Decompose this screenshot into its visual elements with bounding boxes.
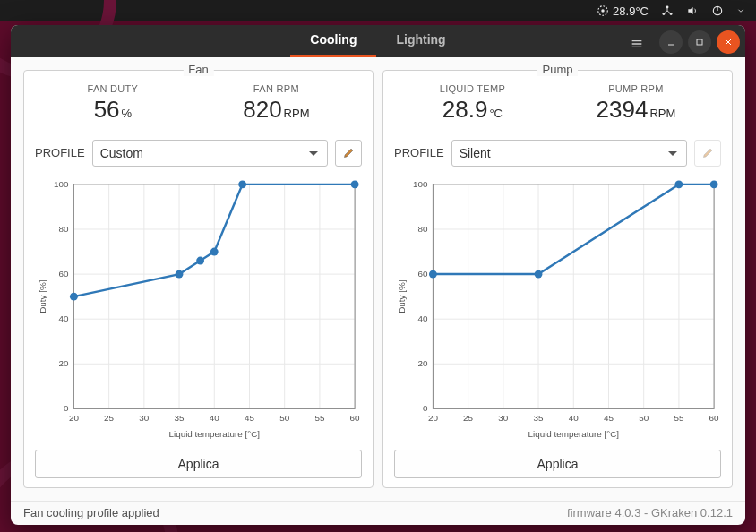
hamburger-icon [630, 37, 644, 51]
svg-point-81 [674, 180, 683, 188]
svg-text:60: 60 [709, 413, 719, 423]
svg-point-1 [601, 9, 605, 13]
svg-text:50: 50 [639, 413, 649, 423]
pencil-icon [701, 146, 715, 159]
app-window: Cooling Lighting Fan FAN DUTY 56% FAN RP… [11, 25, 745, 525]
fan-duty-label: FAN DUTY [87, 83, 138, 94]
svg-text:45: 45 [245, 413, 254, 423]
chevron-down-icon[interactable] [736, 4, 745, 17]
fan-chart: 202530354045505560020406080100Liquid tem… [35, 174, 362, 442]
pump-profile-combo[interactable]: Silent [451, 140, 687, 167]
svg-text:20: 20 [428, 413, 438, 423]
tray-temperature[interactable]: 28.9°C [597, 4, 649, 18]
svg-text:0: 0 [64, 403, 69, 413]
svg-text:20: 20 [418, 358, 428, 368]
tab-lighting[interactable]: Lighting [376, 25, 465, 57]
svg-text:80: 80 [59, 224, 69, 234]
svg-text:40: 40 [418, 313, 428, 323]
svg-point-44 [238, 180, 246, 188]
minimize-icon [666, 37, 676, 47]
fan-panel: Fan FAN DUTY 56% FAN RPM 820RPM PROFILE … [23, 70, 374, 488]
fan-profile-edit-button[interactable] [335, 140, 362, 167]
svg-text:35: 35 [534, 413, 544, 423]
tab-cooling[interactable]: Cooling [290, 25, 376, 57]
volume-icon[interactable] [686, 4, 699, 17]
svg-text:55: 55 [674, 413, 683, 423]
pump-panel-title: Pump [537, 63, 579, 76]
svg-point-43 [210, 247, 219, 255]
svg-point-41 [176, 270, 184, 278]
svg-text:Liquid temperature [°C]: Liquid temperature [°C] [169, 429, 261, 439]
svg-text:60: 60 [418, 269, 428, 279]
svg-text:40: 40 [59, 313, 69, 323]
svg-point-82 [710, 180, 718, 188]
fan-rpm-unit: RPM [284, 107, 310, 120]
svg-text:30: 30 [498, 413, 508, 423]
fan-apply-button[interactable]: Applica [35, 450, 362, 478]
maximize-button[interactable] [688, 30, 711, 54]
fan-panel-title: Fan [183, 63, 213, 76]
fan-duty-unit: % [122, 107, 133, 120]
svg-text:35: 35 [175, 413, 185, 423]
svg-point-80 [535, 270, 543, 278]
svg-point-79 [429, 270, 437, 278]
titlebar: Cooling Lighting [11, 25, 745, 57]
svg-text:50: 50 [279, 413, 289, 423]
pump-rpm-label: PUMP RPM [597, 83, 676, 94]
fan-profile-combo[interactable]: Custom [92, 140, 328, 167]
fan-rpm-label: FAN RPM [243, 83, 309, 94]
tab-switcher: Cooling Lighting [290, 25, 465, 57]
pencil-icon [342, 146, 356, 159]
pump-profile-edit-button [694, 140, 721, 167]
svg-text:60: 60 [350, 413, 360, 423]
svg-point-42 [196, 256, 204, 264]
tray-temperature-value: 28.9°C [613, 4, 649, 18]
status-footer: firmware 4.0.3 - GKraken 0.12.1 [567, 506, 733, 519]
pump-panel: Pump LIQUID TEMP 28.9°C PUMP RPM 2394RPM… [382, 70, 733, 488]
svg-point-4 [670, 13, 673, 15]
svg-point-40 [70, 292, 78, 300]
svg-text:25: 25 [104, 413, 114, 423]
svg-text:40: 40 [569, 413, 579, 423]
pump-profile-label: PROFILE [394, 146, 444, 159]
temp-icon [597, 4, 609, 17]
fan-rpm-value: 820 [243, 96, 281, 123]
maximize-icon [694, 37, 705, 47]
pump-profile-value: Silent [460, 146, 491, 160]
svg-rect-6 [697, 39, 702, 45]
pump-temp-unit: °C [489, 107, 503, 120]
svg-text:55: 55 [314, 413, 324, 423]
minimize-button[interactable] [659, 30, 683, 54]
close-icon [723, 37, 734, 47]
power-icon[interactable] [711, 4, 724, 17]
svg-point-3 [662, 13, 665, 15]
status-message: Fan cooling profile applied [23, 506, 159, 519]
svg-text:20: 20 [69, 413, 79, 423]
network-icon[interactable] [661, 4, 674, 17]
pump-chart: 202530354045505560020406080100Liquid tem… [394, 174, 721, 442]
svg-text:20: 20 [59, 358, 69, 368]
svg-text:45: 45 [604, 413, 614, 423]
svg-text:25: 25 [463, 413, 473, 423]
svg-point-45 [351, 180, 359, 188]
content-area: Fan FAN DUTY 56% FAN RPM 820RPM PROFILE … [11, 57, 745, 501]
svg-text:Duty [%]: Duty [%] [38, 279, 47, 313]
pump-apply-button[interactable]: Applica [394, 450, 721, 478]
fan-duty-stat: FAN DUTY 56% [87, 83, 138, 124]
svg-text:100: 100 [413, 179, 428, 189]
fan-profile-label: PROFILE [35, 146, 85, 159]
menu-button[interactable] [625, 32, 649, 56]
svg-text:100: 100 [54, 179, 69, 189]
pump-temp-label: LIQUID TEMP [440, 83, 505, 94]
fan-rpm-stat: FAN RPM 820RPM [243, 83, 309, 124]
svg-text:Duty [%]: Duty [%] [397, 279, 407, 313]
svg-text:40: 40 [210, 413, 219, 423]
svg-text:80: 80 [418, 224, 428, 234]
pump-rpm-unit: RPM [649, 107, 675, 120]
pump-rpm-stat: PUMP RPM 2394RPM [597, 83, 676, 124]
svg-text:Liquid temperature [°C]: Liquid temperature [°C] [528, 429, 620, 439]
pump-rpm-value: 2394 [597, 96, 649, 123]
close-button[interactable] [717, 30, 740, 54]
fan-duty-value: 56 [94, 96, 120, 123]
svg-text:60: 60 [59, 269, 69, 279]
